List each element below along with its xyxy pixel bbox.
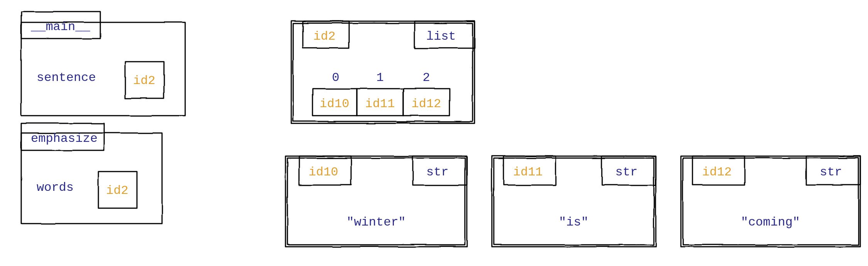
frame-emphasize-ref: id2 [106, 184, 128, 198]
frame-main-ref: id2 [133, 74, 155, 88]
object-str-2-value: "coming" [741, 215, 800, 229]
frame-emphasize-label: emphasize [31, 131, 98, 146]
object-list: id2 list 0 1 2 id10 id11 id12 [291, 21, 475, 123]
frame-main-var: sentence [37, 71, 96, 85]
object-list-type: list [426, 29, 456, 44]
list-element-2: id12 [412, 97, 441, 111]
object-str-0-value: "winter" [346, 215, 406, 229]
object-str-0-id: id10 [309, 165, 338, 179]
object-list-id: id2 [313, 29, 336, 44]
object-str-1-type: str [615, 165, 638, 179]
object-str-2-type: str [820, 165, 842, 179]
list-index-2: 2 [422, 71, 430, 85]
frame-emphasize-var: words [37, 180, 74, 195]
frame-emphasize: emphasize words id2 [21, 123, 162, 224]
frame-main: __main__ sentence id2 [21, 12, 185, 116]
object-str-0-type: str [426, 165, 449, 179]
list-element-1: id11 [365, 97, 395, 111]
object-str-2-id: id12 [702, 165, 732, 179]
list-index-0: 0 [332, 71, 339, 85]
object-str-1-id: id11 [513, 165, 543, 179]
object-str-1: id11 str "is" [492, 156, 656, 247]
object-str-1-value: "is" [559, 215, 589, 229]
frame-main-label: __main__ [30, 20, 90, 34]
list-element-0: id10 [320, 97, 350, 111]
object-str-2: id12 str "coming" [681, 156, 860, 247]
object-str-0: id10 str "winter" [285, 156, 467, 247]
list-index-1: 1 [376, 71, 383, 85]
